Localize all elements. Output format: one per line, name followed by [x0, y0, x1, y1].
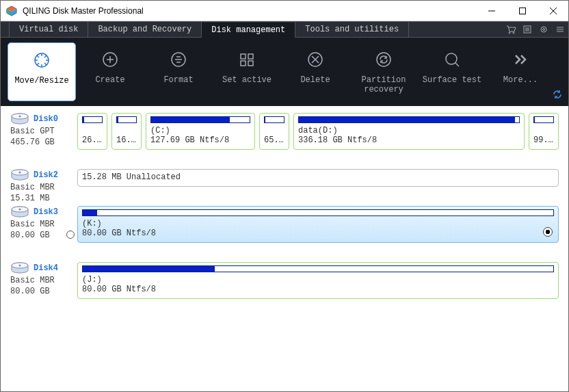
maximize-button[interactable]: [507, 1, 538, 21]
tool-label: More...: [503, 75, 538, 85]
tool-partition[interactable]: Partitionrecovery: [349, 42, 418, 101]
partition-size: 80.00 GB Ntfs/8: [82, 285, 554, 294]
tool-icon: [375, 51, 393, 68]
partition-size: 336.18 GB Ntfs/8: [298, 135, 520, 145]
disk-icon: [10, 206, 29, 218]
disk-row: Disk2Basic MBR15.31 MB15.28 MB Unallocat…: [10, 169, 559, 187]
menu-tab-disk-management[interactable]: Disk management: [201, 23, 295, 38]
tool-label: Delete: [300, 75, 330, 85]
disk-header[interactable]: Disk3Basic MBR80.00 GB: [10, 206, 77, 243]
disk-row: Disk0Basic GPT465.76 GB26...16...(C:)127…: [10, 113, 559, 150]
cart-icon[interactable]: [503, 22, 519, 37]
menubar: Virtual diskBackup and RecoveryDisk mana…: [1, 21, 568, 38]
tool-icon: [238, 51, 256, 68]
disk-name: Disk4: [34, 263, 58, 273]
tool-label: Create: [95, 75, 124, 85]
partition-label: (K:): [82, 219, 554, 228]
disk-radio[interactable]: [66, 231, 75, 239]
svg-point-35: [19, 172, 21, 174]
disk-size: 465.76 GB: [10, 138, 55, 147]
svg-rect-5: [519, 8, 525, 14]
tool-label: Set active: [222, 75, 272, 85]
partition[interactable]: 15.28 MB Unallocated: [77, 169, 559, 187]
tool-move-resize[interactable]: Move/Resize: [8, 42, 76, 101]
partition-size: 16...: [116, 135, 137, 145]
disk-type: Basic MBR: [10, 220, 55, 229]
app-window: QILING Disk Master Professional Virtual …: [0, 0, 569, 392]
partition[interactable]: data(D:)336.18 GB Ntfs/8: [293, 113, 525, 150]
usage-bar: [533, 116, 554, 123]
tool-icon: [512, 51, 529, 68]
partition-label: (C:): [150, 126, 250, 135]
tool-icon: [170, 51, 187, 68]
tool-icon: [306, 51, 324, 68]
svg-rect-24: [241, 61, 246, 66]
disk-name: Disk3: [34, 207, 58, 217]
partition-size: 26...: [82, 135, 103, 145]
usage-bar: [82, 265, 554, 272]
tool-label: Surface test: [423, 75, 481, 85]
disk-icon: [10, 113, 29, 125]
svg-point-38: [19, 209, 21, 211]
menu-tab-tools-and-utilities[interactable]: Tools and utilities: [295, 22, 409, 37]
svg-point-8: [509, 32, 510, 34]
usage-bar: [264, 116, 284, 123]
disk-icon: [10, 262, 29, 274]
disk-size: 80.00 GB: [10, 287, 50, 296]
disk-list: Disk0Basic GPT465.76 GB26...16...(C:)127…: [1, 106, 568, 391]
partition[interactable]: 99...: [529, 113, 559, 150]
partition[interactable]: 16...: [111, 113, 142, 150]
tool-set-active[interactable]: Set active: [213, 42, 281, 101]
partition[interactable]: 65...: [259, 113, 289, 150]
tool-delete[interactable]: Delete: [281, 42, 349, 101]
partition-strip: 26...16...(C:)127.69 GB Ntfs/865...data(…: [77, 113, 559, 150]
tool-icon: [443, 51, 461, 68]
menu-icon[interactable]: [552, 22, 568, 37]
disk-size: 80.00 GB: [10, 231, 50, 240]
menu-tab-backup-and-recovery[interactable]: Backup and Recovery: [88, 22, 202, 37]
partition-strip: 15.28 MB Unallocated: [77, 169, 559, 187]
svg-line-29: [455, 63, 459, 66]
tool-label: Format: [163, 75, 193, 85]
usage-bar: [150, 116, 250, 123]
svg-point-9: [513, 32, 514, 34]
disk-header[interactable]: Disk0Basic GPT465.76 GB: [10, 113, 77, 150]
refresh-icon[interactable]: [552, 89, 563, 102]
partition-strip: (J:)80.00 GB Ntfs/8: [77, 262, 559, 299]
disk-name: Disk0: [34, 114, 58, 124]
partition[interactable]: (K:)80.00 GB Ntfs/8: [77, 206, 559, 243]
tool-more-[interactable]: More...: [486, 42, 555, 101]
tool-icon: [101, 51, 119, 68]
tool-create[interactable]: Create: [76, 42, 144, 101]
partition[interactable]: (C:)127.69 GB Ntfs/8: [146, 113, 255, 150]
tool-surface-test[interactable]: Surface test: [418, 42, 486, 101]
svg-point-41: [19, 265, 21, 267]
partition[interactable]: 26...: [77, 113, 107, 150]
svg-point-14: [541, 27, 546, 32]
partition-strip: (K:)80.00 GB Ntfs/8: [77, 206, 559, 243]
svg-rect-25: [248, 61, 253, 66]
disk-row: Disk4Basic MBR80.00 GB(J:)80.00 GB Ntfs/…: [10, 262, 559, 299]
partition-label: data(D:): [298, 126, 520, 135]
svg-point-28: [446, 53, 457, 64]
disk-name: Disk2: [34, 170, 58, 180]
gear-icon[interactable]: [535, 22, 552, 37]
tool-format[interactable]: Format: [144, 42, 213, 101]
partition-size: 65...: [264, 135, 284, 145]
menu-tab-virtual-disk[interactable]: Virtual disk: [9, 22, 88, 37]
partition-size: 99...: [533, 135, 554, 145]
partition-size: 15.28 MB Unallocated: [82, 172, 554, 182]
disk-header[interactable]: Disk2Basic MBR15.31 MB: [10, 169, 77, 187]
disk-header[interactable]: Disk4Basic MBR80.00 GB: [10, 262, 77, 299]
list-icon[interactable]: [519, 22, 535, 37]
close-button[interactable]: [538, 1, 568, 21]
usage-bar: [82, 116, 103, 123]
disk-type: Basic GPT: [10, 127, 55, 136]
svg-point-15: [543, 29, 545, 31]
disk-size: 15.31 MB: [10, 194, 50, 203]
toolbar: Move/ResizeCreateFormatSet activeDeleteP…: [1, 38, 568, 106]
tool-label: Move/Resize: [14, 76, 68, 86]
svg-rect-22: [241, 54, 246, 59]
partition[interactable]: (J:)80.00 GB Ntfs/8: [77, 262, 559, 299]
minimize-button[interactable]: [476, 1, 507, 21]
